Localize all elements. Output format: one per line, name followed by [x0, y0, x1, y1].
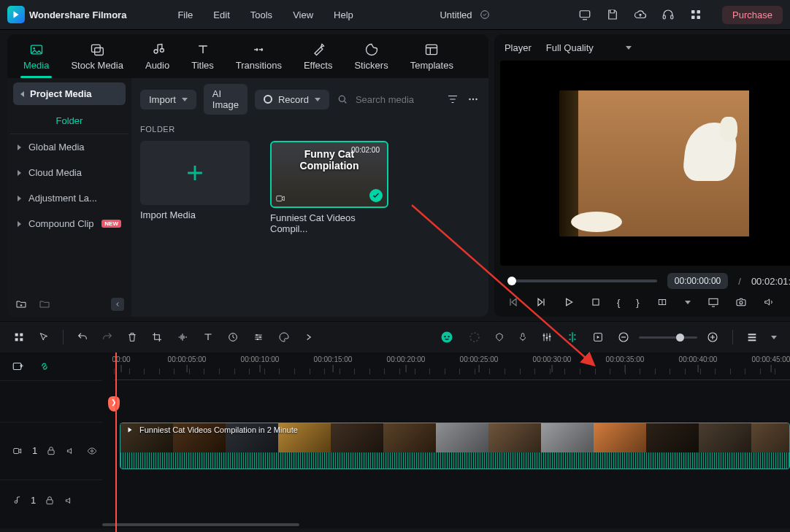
collapse-sidebar-button[interactable]: [111, 298, 124, 311]
media-panel: Import AI Image Record FOLDER: [131, 78, 488, 317]
speed-icon[interactable]: [227, 331, 239, 343]
tab-effects[interactable]: Effects: [304, 34, 333, 78]
track-view-chevron-icon[interactable]: [771, 336, 777, 339]
filter-icon[interactable]: [446, 93, 459, 106]
playhead[interactable]: [115, 352, 117, 532]
player-seek-slider[interactable]: [507, 280, 657, 282]
undo-icon[interactable]: [77, 331, 88, 343]
sidebar-item-compound-clip[interactable]: Compound ClipNEW: [7, 211, 131, 236]
more-tools-icon[interactable]: [303, 332, 315, 342]
ratio-chevron-icon[interactable]: [685, 301, 691, 304]
new-folder-icon[interactable]: [15, 298, 28, 310]
zoom-in-icon[interactable]: [706, 331, 719, 344]
timeline-clip[interactable]: Funniest Cat Videos Compilation in 2 Min…: [120, 423, 790, 469]
loading-icon[interactable]: [468, 331, 481, 344]
zoom-out-icon[interactable]: [617, 331, 630, 344]
delete-icon[interactable]: [126, 331, 138, 343]
menu-view[interactable]: View: [293, 9, 313, 20]
render-icon[interactable]: [592, 331, 604, 343]
menu-tools[interactable]: Tools: [250, 9, 272, 20]
display-icon[interactable]: [707, 296, 720, 308]
save-icon[interactable]: [605, 7, 620, 22]
sidebar-item-global-media[interactable]: Global Media: [7, 134, 131, 160]
import-media-tile[interactable]: [140, 141, 250, 205]
ai-robot-icon[interactable]: [439, 330, 455, 344]
spacer-row: [0, 380, 102, 422]
mic-icon[interactable]: [518, 331, 528, 344]
cursor-icon[interactable]: [38, 331, 50, 343]
svg-point-33: [257, 339, 258, 340]
layout-icon[interactable]: [13, 331, 25, 343]
tab-stock-media[interactable]: Stock Media: [71, 34, 123, 78]
color-icon[interactable]: [278, 331, 290, 343]
player-tab[interactable]: Player: [505, 42, 532, 53]
adjustment-icon[interactable]: [252, 332, 265, 342]
zoom-slider[interactable]: [639, 336, 697, 339]
tab-templates[interactable]: Templates: [410, 34, 453, 78]
crop-icon[interactable]: [151, 331, 163, 343]
sidebar-item-cloud-media[interactable]: Cloud Media: [7, 160, 131, 185]
timeline-ruler[interactable]: ❯ 00:00 00:00:05:00 00:00:10:00 00:00:15…: [114, 352, 790, 380]
prev-frame-icon[interactable]: [507, 296, 519, 308]
snapshot-icon[interactable]: [735, 296, 748, 308]
marker-icon[interactable]: [494, 331, 505, 344]
play-icon[interactable]: [563, 296, 575, 308]
mark-out-icon[interactable]: }: [636, 297, 639, 308]
search-input[interactable]: [354, 93, 437, 106]
headphones-icon[interactable]: [661, 7, 675, 22]
clip-play-icon: [125, 425, 135, 434]
tab-transitions[interactable]: Transitions: [236, 34, 282, 78]
triangle-right-icon: [18, 170, 21, 176]
volume-icon[interactable]: [762, 296, 775, 308]
svg-rect-26: [15, 334, 18, 336]
more-icon[interactable]: [467, 93, 480, 106]
step-play-icon[interactable]: [535, 296, 547, 308]
import-dropdown[interactable]: Import: [140, 90, 196, 109]
svg-point-31: [256, 334, 258, 336]
mute-icon[interactable]: [64, 496, 75, 506]
lock-icon[interactable]: [46, 446, 56, 456]
track-view-icon[interactable]: [746, 331, 758, 343]
svg-rect-3: [671, 15, 673, 19]
sidebar-folder-label[interactable]: Folder: [10, 108, 129, 134]
apps-icon[interactable]: [689, 7, 703, 22]
separate-audio-icon[interactable]: [176, 331, 189, 343]
mark-in-icon[interactable]: {: [617, 297, 620, 308]
eye-icon[interactable]: [85, 446, 99, 456]
mixer-icon[interactable]: [541, 331, 553, 343]
menu-edit[interactable]: Edit: [213, 9, 229, 20]
svg-rect-39: [543, 335, 545, 336]
tab-stickers[interactable]: Stickers: [354, 34, 388, 78]
svg-point-25: [740, 301, 743, 304]
preview-frame: [559, 90, 749, 236]
timeline-scrollbar[interactable]: [0, 521, 790, 528]
tab-media[interactable]: Media: [23, 34, 49, 78]
stop-icon[interactable]: [591, 297, 601, 307]
cloud-upload-icon[interactable]: [633, 7, 648, 22]
add-track-icon[interactable]: [12, 360, 25, 373]
redo-icon[interactable]: [101, 331, 113, 343]
tab-audio[interactable]: Audio: [145, 34, 169, 78]
player-preview[interactable]: [500, 61, 790, 266]
player-total-time: 00:02:01:12: [751, 276, 790, 287]
device-icon[interactable]: [578, 7, 592, 22]
search-media[interactable]: [337, 93, 439, 106]
player-quality-dropdown[interactable]: Full Quality: [546, 42, 632, 53]
ratio-icon[interactable]: [656, 297, 669, 307]
sidebar-project-media[interactable]: Project Media: [13, 82, 126, 105]
folder-icon[interactable]: [38, 298, 51, 310]
lock-icon[interactable]: [45, 496, 55, 506]
media-clip-thumbnail[interactable]: Funny CatCompilation 00:02:00: [270, 141, 388, 208]
menu-help[interactable]: Help: [334, 9, 353, 20]
link-icon[interactable]: [38, 360, 51, 373]
menu-file[interactable]: File: [177, 9, 193, 20]
track-area[interactable]: Funniest Cat Videos Compilation in 2 Min…: [102, 380, 790, 521]
text-icon[interactable]: [202, 331, 214, 343]
mute-icon[interactable]: [65, 446, 77, 456]
split-icon[interactable]: [566, 331, 579, 344]
ai-image-button[interactable]: AI Image: [204, 84, 248, 115]
sidebar-item-adjustment-layer[interactable]: Adjustment La...: [7, 185, 131, 211]
tab-titles[interactable]: Titles: [191, 34, 214, 78]
record-dropdown[interactable]: Record: [255, 90, 329, 109]
purchase-button[interactable]: Purchase: [722, 6, 783, 24]
